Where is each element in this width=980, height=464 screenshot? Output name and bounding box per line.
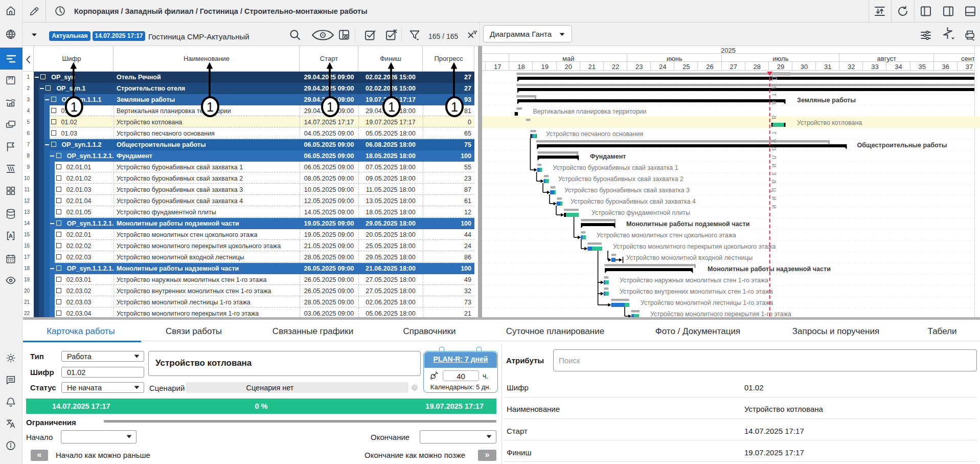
svg-text:1: 1 — [388, 100, 395, 114]
svg-text:1: 1 — [327, 100, 334, 114]
svg-text:1: 1 — [207, 100, 214, 114]
svg-text:1: 1 — [451, 100, 458, 114]
svg-text:1: 1 — [71, 100, 78, 114]
